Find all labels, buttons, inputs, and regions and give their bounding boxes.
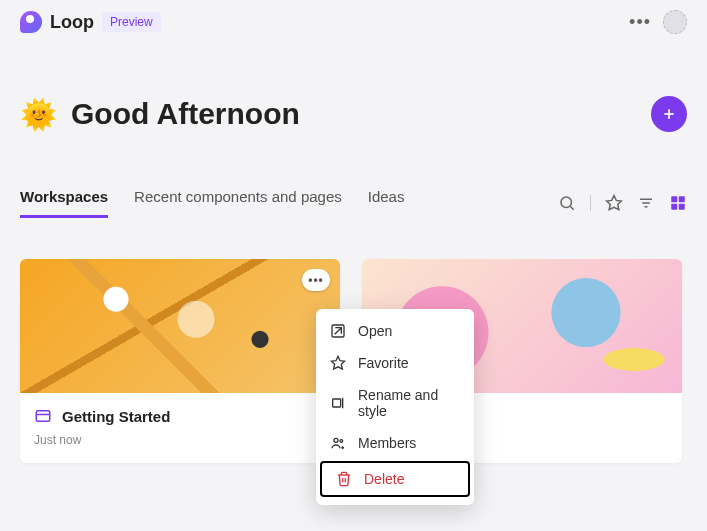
menu-item-open[interactable]: Open [316,315,474,347]
svg-point-2 [561,197,572,208]
divider [590,195,591,211]
greeting-text: Good Afternoon [71,97,300,131]
menu-item-delete[interactable]: Delete [320,461,470,497]
svg-rect-12 [36,411,50,422]
search-button[interactable] [558,194,576,212]
menu-item-label: Rename and style [358,387,460,419]
menu-item-label: Favorite [358,355,409,371]
greeting-row: 🌞 Good Afternoon [0,44,707,132]
menu-item-label: Open [358,323,392,339]
context-menu: Open Favorite Rename and style Members D… [316,309,474,505]
workspace-icon [34,407,52,425]
svg-point-18 [334,438,338,442]
favorites-button[interactable] [605,194,623,212]
brand: Loop Preview [20,11,161,33]
rename-icon [330,395,346,411]
topbar: Loop Preview ••• [0,0,707,44]
add-workspace-button[interactable] [651,96,687,132]
preview-badge: Preview [102,12,161,32]
card-title: Getting Started [62,408,170,425]
workspace-card[interactable]: ••• Getting Started Just now [20,259,340,463]
svg-rect-8 [671,196,677,202]
more-options-button[interactable]: ••• [629,12,651,33]
star-icon [330,355,346,371]
topbar-actions: ••• [629,10,687,34]
menu-item-members[interactable]: Members [316,427,474,459]
tab-recent[interactable]: Recent components and pages [134,188,342,218]
svg-rect-9 [679,196,685,202]
tabs: Workspaces Recent components and pages I… [20,188,404,218]
svg-rect-16 [333,399,341,407]
svg-marker-15 [331,356,344,369]
card-more-button[interactable]: ••• [302,269,330,291]
menu-item-label: Delete [364,471,404,487]
grid-view-button[interactable] [669,194,687,212]
menu-item-rename[interactable]: Rename and style [316,379,474,427]
greeting-emoji-icon: 🌞 [20,97,57,132]
loop-logo-icon [20,11,42,33]
user-avatar[interactable] [663,10,687,34]
greeting: 🌞 Good Afternoon [20,97,300,132]
card-cover-image [20,259,340,393]
svg-line-3 [570,206,573,209]
brand-name: Loop [50,12,94,33]
members-icon [330,435,346,451]
svg-point-19 [340,440,343,443]
svg-rect-11 [679,204,685,210]
menu-item-favorite[interactable]: Favorite [316,347,474,379]
menu-item-label: Members [358,435,416,451]
tab-actions [558,194,687,212]
svg-rect-10 [671,204,677,210]
open-icon [330,323,346,339]
filter-button[interactable] [637,194,655,212]
tab-workspaces[interactable]: Workspaces [20,188,108,218]
card-timestamp: Just now [34,433,326,447]
card-body: Getting Started Just now [20,393,340,463]
svg-marker-4 [607,196,622,210]
tab-ideas[interactable]: Ideas [368,188,405,218]
trash-icon [336,471,352,487]
tabs-row: Workspaces Recent components and pages I… [0,132,707,219]
